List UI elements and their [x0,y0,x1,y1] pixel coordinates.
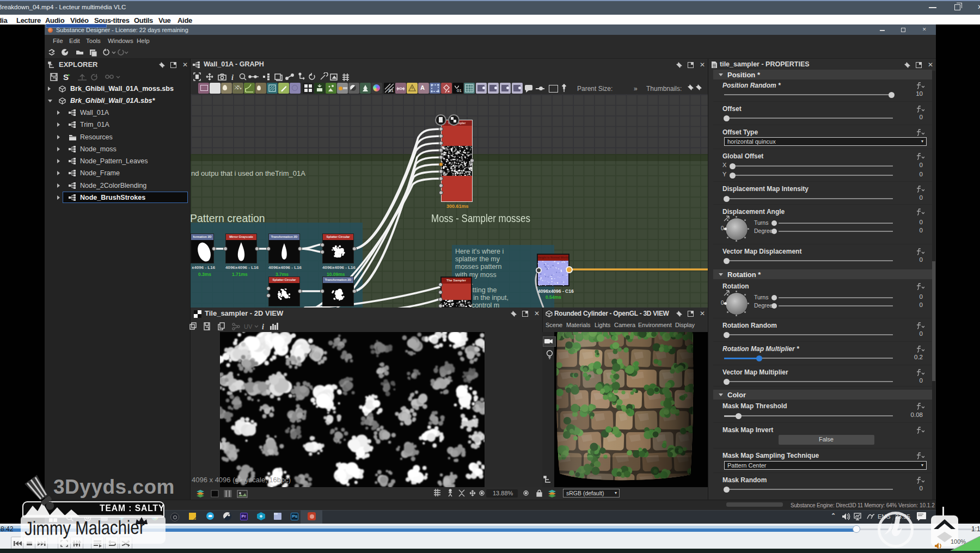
svg-text:S: S [63,72,69,82]
svg-text:01: 01 [389,88,394,93]
svg-text:i: i [262,323,264,331]
svg-text:i: i [231,73,234,82]
svg-text:01: 01 [457,88,462,93]
svg-text:UV: UV [244,323,253,330]
